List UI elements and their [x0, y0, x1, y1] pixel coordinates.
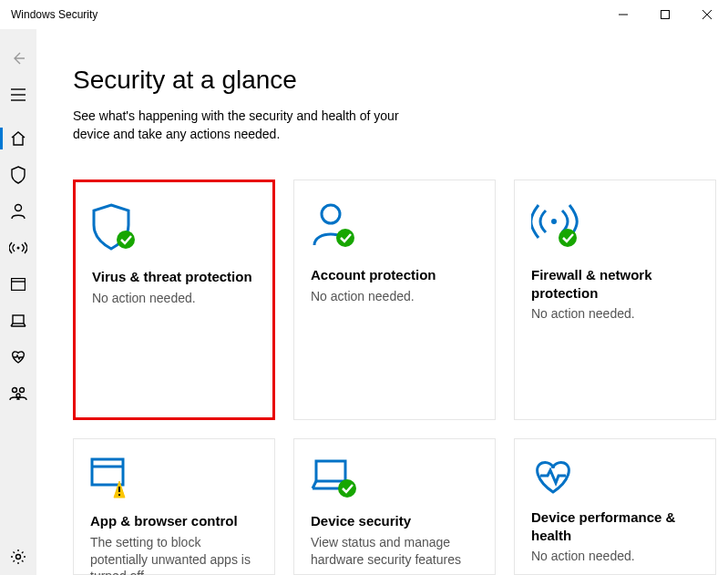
person-icon — [10, 203, 26, 220]
svg-point-19 — [551, 219, 557, 224]
tile-app-browser[interactable]: App & browser control The setting to blo… — [73, 438, 275, 575]
broadcast-check-icon — [531, 199, 580, 253]
browser-warning-icon — [90, 457, 136, 499]
nav-firewall[interactable] — [0, 230, 36, 266]
minimize-icon — [619, 10, 628, 19]
heart-pulse-icon — [531, 457, 575, 496]
tile-title: Firewall & network protection — [531, 266, 699, 302]
tile-subtitle: The setting to block potentially unwante… — [90, 534, 258, 575]
minimize-button[interactable] — [602, 0, 644, 29]
tile-subtitle: No action needed. — [531, 305, 635, 323]
family-icon — [9, 386, 27, 401]
svg-point-7 — [15, 205, 22, 211]
laptop-icon — [10, 314, 26, 327]
page-title: Security at a glance — [73, 66, 692, 95]
svg-rect-1 — [661, 11, 670, 19]
main-content: Security at a glance See what's happenin… — [36, 29, 728, 575]
close-icon — [702, 10, 712, 19]
back-button[interactable] — [0, 40, 36, 77]
svg-rect-23 — [118, 487, 120, 492]
back-arrow-icon — [10, 50, 26, 67]
tile-title: Virus & threat protection — [92, 268, 252, 286]
nav-virus-threat[interactable] — [0, 157, 36, 193]
svg-point-8 — [17, 247, 20, 250]
home-icon — [10, 130, 26, 147]
nav-family[interactable] — [0, 375, 36, 412]
svg-point-15 — [16, 555, 21, 560]
nav-account[interactable] — [0, 193, 36, 230]
tile-title: App & browser control — [90, 512, 238, 530]
tile-title: Account protection — [311, 266, 436, 284]
nav-app-browser[interactable] — [0, 266, 36, 303]
svg-point-12 — [13, 388, 17, 393]
heart-pulse-icon — [10, 350, 26, 365]
tile-subtitle: No action needed. — [92, 290, 196, 307]
browser-icon — [11, 278, 26, 291]
shield-check-icon — [92, 200, 138, 255]
maximize-icon — [661, 10, 670, 19]
titlebar: Windows Security — [0, 0, 728, 29]
svg-point-18 — [336, 229, 354, 247]
tile-subtitle: No action needed. — [311, 288, 415, 305]
nav-settings[interactable] — [0, 539, 36, 575]
shield-icon — [10, 166, 26, 184]
svg-rect-25 — [316, 461, 345, 481]
nav-rail — [0, 29, 36, 575]
svg-point-20 — [559, 229, 577, 247]
tile-firewall-network[interactable]: Firewall & network protection No action … — [514, 180, 716, 420]
tile-account-protection[interactable]: Account protection No action needed. — [293, 180, 496, 420]
hamburger-icon — [11, 88, 26, 101]
window-title: Windows Security — [11, 8, 97, 21]
nav-device-security[interactable] — [0, 303, 36, 339]
tile-title: Device security — [311, 512, 411, 530]
svg-rect-21 — [92, 459, 123, 485]
broadcast-icon — [9, 240, 27, 256]
hamburger-button[interactable] — [0, 77, 36, 113]
page-subtitle: See what's happening with the security a… — [73, 108, 419, 143]
tile-subtitle: View status and manage hardware security… — [311, 534, 478, 569]
svg-point-16 — [117, 231, 135, 249]
tile-title: Device performance & health — [531, 508, 699, 544]
svg-rect-11 — [13, 315, 24, 323]
svg-point-13 — [20, 388, 25, 393]
person-check-icon — [311, 199, 356, 253]
svg-point-17 — [322, 205, 340, 223]
laptop-check-icon — [311, 457, 360, 499]
tile-device-performance[interactable]: Device performance & health No action ne… — [514, 438, 716, 575]
tile-virus-threat[interactable]: Virus & threat protection No action need… — [73, 180, 275, 420]
svg-rect-9 — [12, 279, 26, 291]
svg-rect-24 — [118, 494, 120, 496]
nav-device-performance[interactable] — [0, 339, 36, 375]
tile-subtitle: No action needed. — [531, 548, 635, 565]
close-button[interactable] — [686, 0, 728, 29]
gear-icon — [10, 549, 26, 565]
svg-point-14 — [16, 394, 20, 397]
maximize-button[interactable] — [644, 0, 686, 29]
tile-device-security[interactable]: Device security View status and manage h… — [293, 438, 496, 575]
svg-point-26 — [338, 479, 356, 498]
nav-home[interactable] — [0, 120, 36, 157]
